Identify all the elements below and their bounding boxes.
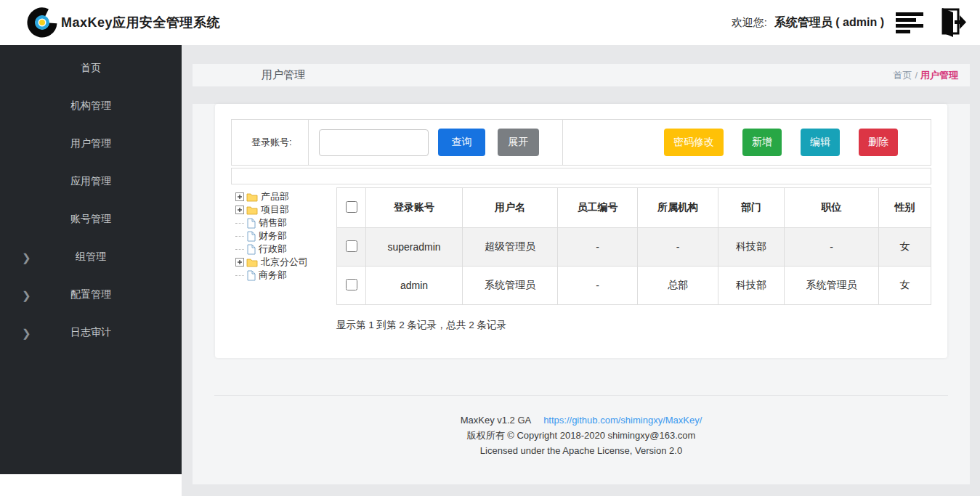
sidebar-item-label: 账号管理 (70, 213, 111, 226)
search-toolbar: 登录账号: 查询 展开 密码修改 新增 编辑 删除 (231, 119, 931, 166)
advanced-search-collapse (231, 168, 931, 184)
tree-node-label[interactable]: 销售部 (259, 216, 287, 229)
tree-connector (235, 236, 244, 237)
folder-icon (246, 192, 258, 202)
cell-employee-no: - (558, 228, 638, 267)
col-position: 职位 (785, 188, 879, 228)
change-password-button[interactable]: 密码修改 (664, 129, 724, 156)
sidebar-item-label: 应用管理 (70, 175, 111, 188)
tree-node: 北京分公司 (235, 256, 336, 269)
users-table-wrap: 登录账号 用户名 员工编号 所属机构 部门 职位 性别 (336, 187, 931, 332)
maxkey-logo-icon (26, 6, 60, 39)
tree-node-label[interactable]: 行政部 (259, 243, 287, 256)
welcome-label: 欢迎您: (732, 16, 767, 30)
chevron-right-icon: ❯ (22, 328, 31, 338)
record-summary: 显示第 1 到第 2 条记录，总共 2 条记录 (336, 319, 931, 332)
tree-expand-icon[interactable] (235, 258, 244, 267)
col-employee-no: 员工编号 (558, 188, 638, 228)
login-account-input[interactable] (319, 129, 429, 156)
tree-node-label[interactable]: 产品部 (261, 190, 289, 203)
chevron-right-icon: ❯ (22, 290, 31, 301)
row-checkbox[interactable] (346, 279, 357, 290)
sidebar-item-account-management[interactable]: 账号管理 (0, 200, 182, 238)
query-button[interactable]: 查询 (438, 129, 485, 156)
current-user: 系统管理员 ( admin ) (774, 15, 884, 31)
sidebar-item-label: 首页 (81, 62, 101, 75)
cell-organization: 总部 (638, 267, 718, 305)
sidebar-item-label: 组管理 (76, 251, 106, 264)
sidebar-item-user-management[interactable]: 用户管理 (0, 125, 182, 163)
col-login-account: 登录账号 (366, 188, 463, 228)
cell-username: 系统管理员 (463, 267, 558, 305)
row-checkbox[interactable] (346, 240, 357, 252)
page-titlebar: 用户管理 首页/用户管理 (193, 64, 970, 86)
footer-version: MaxKey v1.2 GA (461, 415, 531, 426)
tree-connector (235, 223, 244, 224)
user-management-panel: 登录账号: 查询 展开 密码修改 新增 编辑 删除 (215, 104, 947, 358)
cell-username: 超级管理员 (463, 228, 558, 267)
file-icon (246, 270, 256, 281)
sidebar-item-home[interactable]: 首页 (0, 49, 182, 87)
users-table: 登录账号 用户名 员工编号 所属机构 部门 职位 性别 (336, 187, 931, 305)
cell-employee-no: - (558, 267, 638, 305)
footer-divider (214, 395, 948, 396)
col-department: 部门 (718, 188, 785, 228)
add-button[interactable]: 新增 (742, 129, 782, 156)
tree-node-label[interactable]: 北京分公司 (261, 256, 308, 269)
menu-list-icon[interactable] (896, 9, 925, 36)
edit-button[interactable]: 编辑 (801, 129, 840, 156)
table-row[interactable]: admin 系统管理员 - 总部 科技部 系统管理员 女 (337, 267, 931, 305)
tree-expand-icon[interactable] (235, 192, 244, 201)
table-row[interactable]: superadmin 超级管理员 - - 科技部 - 女 (337, 228, 931, 267)
main-container: 登录账号: 查询 展开 密码修改 新增 编辑 删除 (193, 104, 970, 484)
sidebar-item-log-audit[interactable]: ❯ 日志审计 (0, 314, 182, 351)
cell-position: 系统管理员 (785, 267, 879, 305)
col-organization: 所属机构 (638, 188, 718, 228)
col-username: 用户名 (463, 188, 558, 228)
content-area: 用户管理 首页/用户管理 登录账号: 查询 展开 密码修改 新增 编辑 删除 (182, 45, 980, 496)
expand-button[interactable]: 展开 (498, 129, 539, 156)
breadcrumb: 首页/用户管理 (893, 69, 970, 82)
folder-icon (246, 205, 258, 215)
tree-node: 商务部 (235, 269, 336, 282)
sidebar-item-org-management[interactable]: 机构管理 (0, 87, 182, 125)
sidebar-item-label: 日志审计 (70, 326, 111, 339)
breadcrumb-separator: / (915, 70, 918, 81)
tree-node: 项目部 (235, 203, 336, 216)
folder-icon (246, 257, 258, 267)
delete-button[interactable]: 删除 (859, 129, 898, 156)
chevron-right-icon: ❯ (22, 252, 31, 263)
cell-position: - (785, 228, 879, 267)
file-icon (246, 218, 256, 229)
sidebar: 首页 机构管理 用户管理 应用管理 账号管理 ❯ 组管理 ❯ 配置管理 ❯ 日志… (0, 45, 182, 474)
footer-github-link[interactable]: https://github.com/shimingxy/MaxKey/ (543, 415, 702, 426)
sidebar-item-config-management[interactable]: ❯ 配置管理 (0, 276, 182, 314)
cell-organization: - (638, 228, 718, 267)
cell-login-account: admin (366, 267, 463, 305)
cell-gender: 女 (879, 228, 931, 267)
tree-node-label[interactable]: 项目部 (261, 203, 289, 216)
brand: MaxKey应用安全管理系统 (0, 6, 220, 39)
sidebar-item-app-management[interactable]: 应用管理 (0, 163, 182, 200)
tree-connector (235, 249, 244, 250)
col-gender: 性别 (879, 188, 931, 228)
tree-connector (235, 275, 244, 276)
file-icon (246, 244, 256, 255)
table-header-row: 登录账号 用户名 员工编号 所属机构 部门 职位 性别 (337, 188, 931, 228)
sidebar-item-group-management[interactable]: ❯ 组管理 (0, 238, 182, 276)
tree-expand-icon[interactable] (235, 206, 244, 214)
logout-icon[interactable] (932, 7, 967, 38)
sidebar-item-label: 配置管理 (70, 288, 111, 301)
page-footer: MaxKey v1.2 GA https://github.com/shimin… (193, 412, 970, 458)
tree-node: 行政部 (235, 243, 336, 256)
tree-node-label[interactable]: 商务部 (259, 269, 287, 282)
tree-node-label[interactable]: 财务部 (259, 229, 287, 243)
cell-department: 科技部 (718, 267, 785, 305)
cell-department: 科技部 (718, 228, 785, 267)
footer-copyright: 版权所有 © Copyright 2018-2020 shimingxy@163… (193, 428, 970, 443)
breadcrumb-current: 用户管理 (920, 70, 958, 81)
page-title: 用户管理 (193, 68, 305, 82)
sidebar-item-label: 用户管理 (70, 137, 111, 150)
select-all-checkbox[interactable] (346, 201, 357, 213)
breadcrumb-home-link[interactable]: 首页 (893, 70, 912, 81)
